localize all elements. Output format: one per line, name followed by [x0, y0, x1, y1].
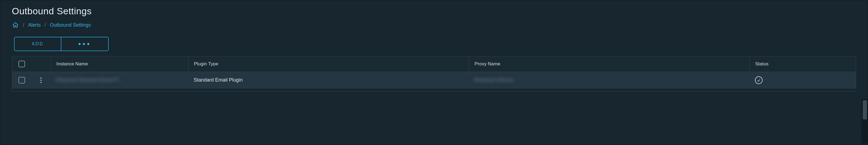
- breadcrumb-home[interactable]: [12, 22, 19, 29]
- scrollbar-handle[interactable]: [863, 100, 867, 119]
- column-header-proxy-name[interactable]: Proxy Name: [469, 56, 749, 72]
- redacted-text: Redacted Standard Email Pl…: [56, 77, 123, 83]
- row-actions-button[interactable]: [37, 76, 45, 84]
- home-icon: [12, 22, 19, 28]
- column-header-status[interactable]: Status: [749, 56, 856, 72]
- row-checkbox[interactable]: [19, 77, 25, 83]
- toolbar: ADD •••: [0, 37, 868, 56]
- redacted-text: Redacted (Demo): [474, 77, 514, 83]
- select-all-checkbox[interactable]: [19, 61, 25, 67]
- breadcrumb-separator: /: [44, 22, 46, 28]
- breadcrumb-separator: /: [23, 22, 24, 28]
- settings-table: Instance Name Plugin Type Proxy Name Sta…: [12, 56, 856, 92]
- table-row[interactable]: Redacted Standard Email Pl… Standard Ema…: [12, 72, 856, 88]
- breadcrumb-alerts[interactable]: Alerts: [28, 22, 41, 28]
- page-title: Outbound Settings: [0, 0, 868, 19]
- vertical-scrollbar[interactable]: [862, 99, 868, 144]
- cell-plugin-type: Standard Email Plugin: [188, 72, 469, 88]
- column-header-plugin-type[interactable]: Plugin Type: [188, 56, 469, 72]
- add-button[interactable]: ADD: [14, 37, 61, 50]
- cell-proxy-name: Redacted (Demo): [469, 72, 749, 88]
- column-header-instance-name[interactable]: Instance Name: [51, 56, 188, 72]
- cell-instance-name: Redacted Standard Email Pl…: [51, 72, 188, 88]
- table-header-row: Instance Name Plugin Type Proxy Name Sta…: [12, 56, 856, 72]
- more-actions-button[interactable]: •••: [61, 37, 108, 50]
- breadcrumb: / Alerts / Outbound Settings: [0, 19, 868, 37]
- breadcrumb-current[interactable]: Outbound Settings: [50, 22, 91, 28]
- status-ok-icon: [755, 76, 763, 84]
- toolbar-button-group: ADD •••: [14, 37, 109, 51]
- cell-status: [749, 72, 856, 88]
